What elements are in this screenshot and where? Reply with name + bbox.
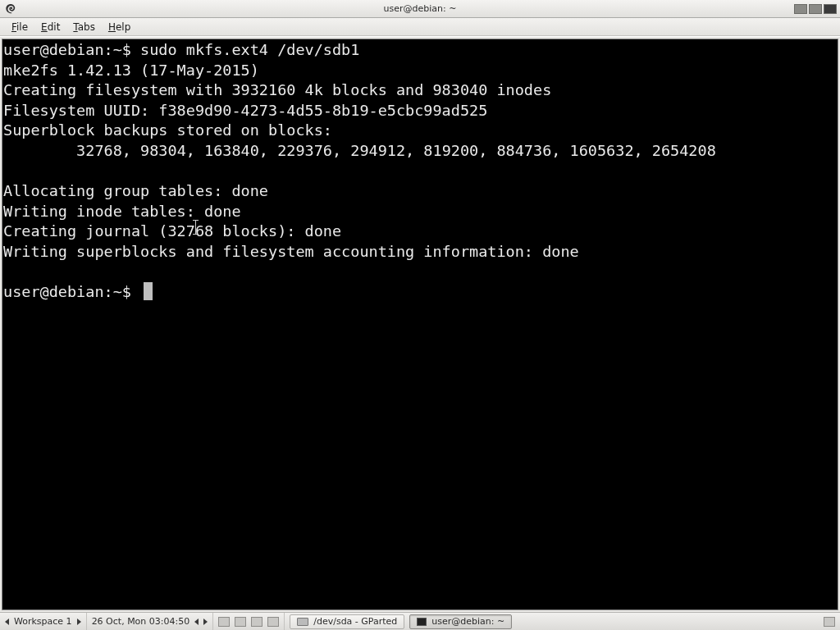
- menu-edit[interactable]: Edit: [36, 20, 65, 34]
- prompt-2: user@debian:~$: [3, 283, 131, 300]
- output-line: Superblock backups stored on blocks:: [3, 121, 341, 139]
- top-system-panel: user@debian: ~: [0, 0, 840, 18]
- launcher-files[interactable]: [251, 617, 262, 627]
- top-panel-tray: [794, 4, 840, 14]
- tray-indicator-3[interactable]: [824, 4, 837, 14]
- clock-prev-icon[interactable]: [194, 619, 199, 625]
- menu-help[interactable]: Help: [103, 20, 135, 34]
- menu-file[interactable]: File: [7, 20, 33, 34]
- output-line: Allocating group tables: done: [3, 182, 524, 199]
- task-gparted-label: /dev/sda - GParted: [313, 616, 397, 627]
- workspace-prev-icon[interactable]: [5, 619, 9, 625]
- menu-tabs[interactable]: Tabs: [68, 20, 100, 34]
- output-line: Creating filesystem with 3932160 4k bloc…: [3, 81, 551, 98]
- debian-swirl-icon[interactable]: [3, 2, 18, 16]
- workspace-next-icon[interactable]: [77, 619, 81, 625]
- task-list: /dev/sda - GParted user@debian: ~: [285, 614, 819, 629]
- clock-applet[interactable]: 26 Oct, Mon 03:04:50: [87, 613, 214, 630]
- terminal-cursor: [144, 282, 153, 300]
- command-line: sudo mkfs.ext4 /dev/sdb1: [140, 41, 359, 58]
- quicklaunch: [213, 613, 285, 630]
- tray-indicator-2[interactable]: [809, 4, 822, 14]
- task-terminal[interactable]: user@debian: ~: [409, 614, 512, 629]
- prompt-1: user@debian:~$: [3, 41, 131, 58]
- output-line: Writing inode tables: done: [3, 203, 496, 220]
- task-terminal-label: user@debian: ~: [431, 616, 504, 627]
- disk-icon: [297, 618, 308, 626]
- output-line: Writing superblocks and filesystem accou…: [3, 243, 579, 260]
- show-desktop-button[interactable]: [218, 617, 230, 627]
- terminal-icon: [417, 618, 427, 626]
- workspace-switcher[interactable]: Workspace 1: [0, 613, 87, 630]
- workspace-label: Workspace 1: [14, 616, 72, 627]
- terminal-menubar: File Edit Tabs Help: [0, 18, 840, 36]
- output-line: Creating journal (32768 blocks): done: [3, 222, 341, 240]
- output-line: 32768, 98304, 163840, 229376, 294912, 81…: [3, 142, 716, 159]
- clock-next-icon[interactable]: [203, 619, 208, 625]
- output-line: mke2fs 1.42.13 (17-May-2015): [3, 62, 259, 79]
- system-tray: [819, 617, 840, 627]
- task-gparted[interactable]: /dev/sda - GParted: [290, 614, 404, 629]
- tray-indicator-1[interactable]: [794, 4, 807, 14]
- top-panel-title: user@debian: ~: [0, 3, 840, 14]
- launcher-web[interactable]: [267, 617, 279, 627]
- tray-item[interactable]: [824, 617, 835, 627]
- terminal-window: user@debian:~$ sudo mkfs.ext4 /dev/sdb1 …: [0, 36, 840, 612]
- launcher-terminal[interactable]: [235, 617, 246, 627]
- output-line: Filesystem UUID: f38e9d90-4273-4d55-8b19…: [3, 102, 487, 119]
- bottom-system-panel: Workspace 1 26 Oct, Mon 03:04:50 /dev/sd…: [0, 612, 840, 630]
- terminal-viewport[interactable]: user@debian:~$ sudo mkfs.ext4 /dev/sdb1 …: [2, 39, 838, 610]
- clock-text: 26 Oct, Mon 03:04:50: [92, 616, 190, 627]
